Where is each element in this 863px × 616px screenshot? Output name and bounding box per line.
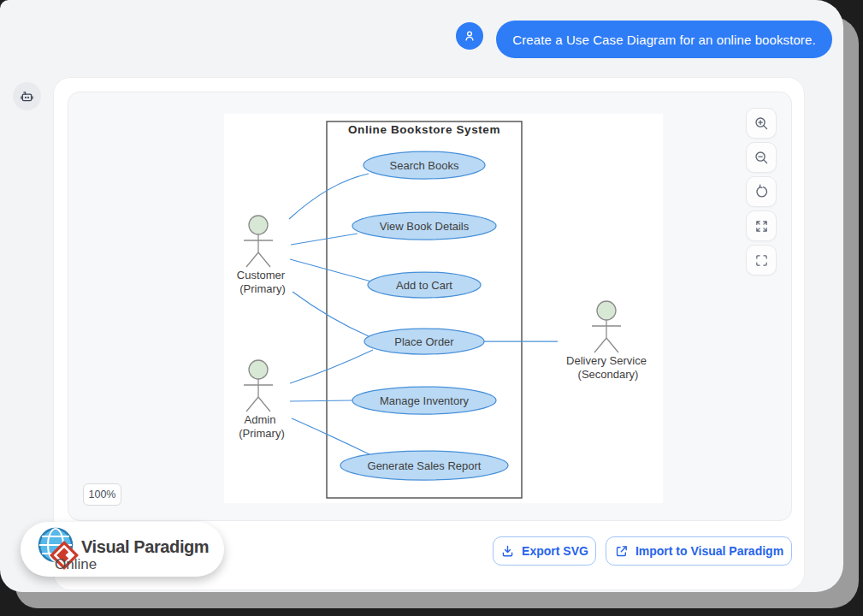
export-svg-button[interactable]: Export SVG	[493, 536, 596, 566]
actor-delivery-service-head	[597, 301, 616, 320]
actor-delivery-service-name: Delivery Service	[566, 354, 647, 367]
view-toolbar	[746, 108, 777, 275]
actor-customer-name: Customer	[237, 269, 286, 281]
usecase-add-to-cart-label: Add to Cart	[396, 279, 452, 292]
assistant-robot-button[interactable]	[13, 82, 41, 110]
actor-admin-name: Admin	[245, 413, 276, 426]
download-icon	[500, 544, 515, 559]
actor-customer-stereotype: (Primary)	[239, 282, 285, 295]
user-icon	[462, 28, 477, 44]
chat-message-text: Create a Use Case Diagram for an online …	[512, 33, 815, 47]
actor-customer-head	[249, 216, 268, 234]
usecase-view-book-details-label: View Book Details	[380, 220, 470, 233]
zoom-in-icon	[754, 116, 770, 132]
reset-view-button[interactable]	[746, 176, 777, 207]
zoom-level-badge[interactable]: 100%	[83, 483, 121, 506]
expand-button[interactable]	[746, 210, 777, 241]
user-avatar	[456, 22, 483, 50]
expand-icon	[754, 219, 769, 234]
actor-admin-body	[244, 379, 273, 412]
actor-admin-stereotype: (Primary)	[239, 427, 284, 440]
actor-delivery-service-body	[592, 320, 621, 352]
zoom-in-button[interactable]	[746, 108, 777, 139]
result-card: Online Bookstore SystemSearch BooksView …	[53, 77, 805, 590]
usecase-generate-sales-report-label: Generate Sales Report	[368, 459, 482, 472]
external-link-icon	[614, 544, 629, 559]
actor-customer-body	[244, 234, 273, 267]
diagram-panel: Online Bookstore SystemSearch BooksView …	[68, 92, 792, 521]
logo-subtitle: Online	[55, 556, 97, 573]
zoom-level-value: 100%	[89, 489, 116, 500]
import-to-vp-button[interactable]: Import to Visual Paradigm	[606, 536, 792, 566]
reset-view-icon	[754, 184, 770, 200]
chat-message-bubble: Create a Use Case Diagram for an online …	[496, 21, 832, 58]
usecase-place-order-label: Place Order	[394, 335, 454, 348]
actor-delivery-service-stereotype: (Secondary)	[578, 368, 639, 381]
app-window: Create a Use Case Diagram for an online …	[0, 0, 843, 592]
zoom-out-icon	[754, 150, 770, 166]
usecase-diagram-canvas[interactable]: Online Bookstore SystemSearch BooksView …	[224, 114, 663, 503]
usecase-search-books-label: Search Books	[390, 159, 459, 172]
logo-title: Visual Paradigm	[81, 537, 209, 557]
actor-admin-head	[249, 360, 268, 379]
robot-icon	[19, 88, 35, 104]
usecase-manage-inventory-label: Manage Inventory	[380, 394, 470, 407]
import-to-vp-label: Import to Visual Paradigm	[635, 544, 783, 558]
system-boundary-title: Online Bookstore System	[348, 123, 500, 136]
export-svg-label: Export SVG	[522, 544, 588, 558]
fullscreen-icon	[754, 253, 769, 268]
fullscreen-button[interactable]	[746, 245, 777, 275]
zoom-out-button[interactable]	[746, 142, 777, 173]
